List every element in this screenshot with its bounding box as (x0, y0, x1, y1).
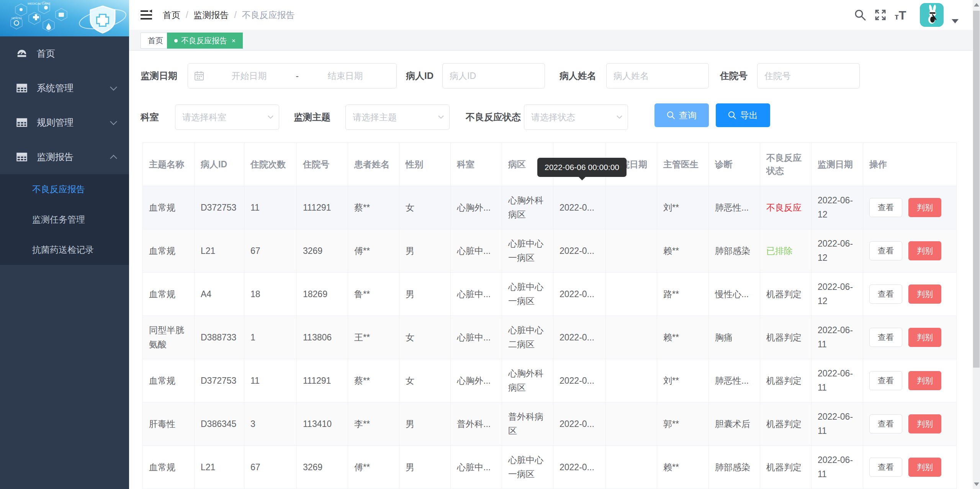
cell-status: 机器判定 (760, 316, 811, 359)
judge-button[interactable]: 判别 (908, 458, 941, 477)
cell-out_date (606, 186, 657, 229)
sidebar-logo-banner: MEDICAL CARE HEALTH (0, 0, 129, 36)
tag-home[interactable]: 首页 (141, 33, 170, 49)
cell-out_date (606, 359, 657, 402)
view-button[interactable]: 查看 (869, 458, 902, 477)
cell-sex: 男 (399, 402, 451, 446)
view-button[interactable]: 查看 (869, 241, 902, 260)
sidebar-item-home[interactable]: 首页 (0, 36, 129, 71)
cell-ward: 心脏中心一病区 (502, 229, 553, 273)
sidebar-item-rule-management[interactable]: 规则管理 (0, 105, 129, 140)
view-button[interactable]: 查看 (869, 328, 902, 347)
cell-status: 已排除 (760, 229, 811, 273)
judge-button[interactable]: 判别 (908, 414, 941, 433)
search-icon (667, 111, 675, 119)
avatar[interactable] (920, 3, 944, 27)
table-row: 血常规A41818269鲁**男心脏中...心脏中心一病区2022-0...路*… (143, 273, 957, 316)
cell-dept: 心胸外... (451, 186, 502, 229)
search-button[interactable]: 查询 (654, 103, 709, 127)
cell-status: 机器判定 (760, 273, 811, 316)
col-patient-name: 患者姓名 (348, 143, 399, 186)
date-range-label: 监测日期 (141, 63, 177, 88)
department-select-input[interactable] (175, 105, 268, 129)
window-scrollbar[interactable] (973, 0, 980, 489)
hamburger-icon[interactable] (141, 10, 152, 20)
monitor-topic-select-input[interactable] (346, 105, 438, 129)
scrollbar-thumb[interactable] (973, 11, 980, 368)
sidebar-item-system-management[interactable]: 系统管理 (0, 71, 129, 105)
fullscreen-icon[interactable] (874, 9, 887, 21)
sidebar-submenu: 不良反应报告 监测任务管理 抗菌药送检记录 (0, 174, 129, 265)
cell-adm: 3269 (297, 229, 348, 273)
cell-dept: 心脏中... (451, 273, 502, 316)
scrollbar-down-arrow[interactable] (973, 479, 980, 489)
col-sex: 性别 (399, 143, 451, 186)
rabbit-avatar-image (920, 3, 944, 27)
search-icon[interactable] (854, 9, 866, 21)
cell-date: 2022-06-12 (811, 229, 863, 273)
patient-name-input[interactable] (607, 64, 708, 88)
judge-button[interactable]: 判别 (908, 198, 941, 217)
judge-button[interactable]: 判别 (908, 285, 941, 304)
cell-pid: D386345 (195, 402, 244, 446)
cell-name: 傅** (348, 229, 399, 273)
breadcrumb-monitoring-report[interactable]: 监测报告 (193, 9, 229, 21)
monitor-topic-select[interactable] (345, 105, 450, 130)
sidebar-item-antibacterial-inspection-records[interactable]: 抗菌药送检记录 (0, 235, 129, 265)
cell-in_date: 2022-0... (553, 359, 606, 402)
close-icon[interactable]: × (232, 38, 236, 44)
chevron-down-icon (617, 115, 622, 119)
scrollbar-up-arrow[interactable] (973, 0, 980, 10)
admission-no-input[interactable] (757, 64, 859, 88)
adverse-status-select[interactable] (524, 105, 628, 130)
cell-doctor: 郭** (657, 402, 709, 446)
cell-date: 2022-06-11 (811, 446, 863, 489)
cell-doctor: 刘** (657, 359, 709, 402)
view-button[interactable]: 查看 (869, 198, 902, 217)
patient-id-input[interactable] (443, 64, 545, 88)
font-size-icon[interactable]: тT (895, 9, 911, 21)
cell-count: 18 (244, 273, 297, 316)
sidebar-item-monitoring-report[interactable]: 监测报告 (0, 140, 129, 174)
view-button[interactable]: 查看 (869, 285, 902, 304)
chevron-down-icon (268, 115, 273, 119)
cell-sex: 女 (399, 359, 451, 402)
date-separator: - (294, 71, 300, 81)
end-date-input[interactable] (300, 64, 390, 88)
department-select[interactable] (175, 105, 279, 130)
submenu-item-label: 监测任务管理 (32, 214, 85, 226)
cell-count: 3 (244, 402, 297, 446)
cell-sex: 男 (399, 229, 451, 273)
cell-sex: 女 (399, 316, 451, 359)
cell-actions: 查看判别 (863, 402, 957, 446)
table-icon (16, 117, 28, 128)
view-button[interactable]: 查看 (869, 371, 902, 390)
sidebar-menu: 首页 系统管理 规则管理 (0, 36, 129, 174)
cell-status: 机器判定 (760, 446, 811, 489)
start-date-input[interactable] (204, 64, 294, 88)
breadcrumb-home[interactable]: 首页 (163, 9, 180, 21)
cell-doctor: 赖** (657, 229, 709, 273)
col-admission-no: 住院号 (297, 143, 348, 186)
sidebar-item-adverse-reaction-report[interactable]: 不良反应报告 (0, 174, 129, 204)
date-range-picker[interactable]: - (188, 63, 397, 88)
export-button[interactable]: 导出 (716, 103, 770, 127)
caret-down-icon[interactable] (952, 19, 959, 23)
admission-no-label: 住院号 (720, 63, 748, 88)
cell-in_date: 2022-0... (553, 316, 606, 359)
chevron-down-icon (110, 83, 117, 90)
judge-button[interactable]: 判别 (908, 241, 941, 260)
cell-name: 蔡** (348, 186, 399, 229)
cell-actions: 查看判别 (863, 273, 957, 316)
cell-date: 2022-06-12 (811, 273, 863, 316)
sidebar-item-monitoring-task-management[interactable]: 监测任务管理 (0, 204, 129, 235)
view-button[interactable]: 查看 (869, 414, 902, 433)
sidebar-item-label: 规则管理 (37, 116, 74, 129)
adverse-status-select-input[interactable] (524, 105, 617, 129)
table-row: 血常规L21673269傅**男心脏中...心脏中心一病区2022-0...赖*… (143, 229, 957, 273)
judge-button[interactable]: 判别 (908, 328, 941, 347)
judge-button[interactable]: 判别 (908, 371, 941, 390)
cell-dept: 心脏中... (451, 316, 502, 359)
tag-adverse-reaction-report[interactable]: 不良反应报告 × (167, 33, 243, 49)
cell-dept: 心胸外... (451, 359, 502, 402)
